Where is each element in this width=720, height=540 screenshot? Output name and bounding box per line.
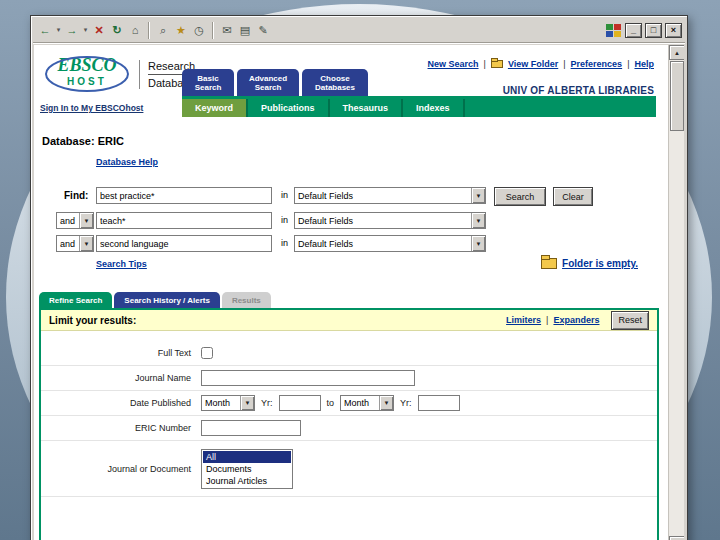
month-to-select[interactable]: Month bbox=[340, 395, 394, 411]
edit-icon[interactable]: ✎ bbox=[254, 21, 272, 39]
eric-number-label: ERIC Number bbox=[41, 423, 201, 433]
nav-item-publications[interactable]: Publications bbox=[248, 99, 330, 117]
journal-name-label: Journal Name bbox=[41, 373, 201, 383]
reset-button[interactable]: Reset bbox=[611, 311, 649, 330]
scroll-down-icon[interactable] bbox=[669, 536, 684, 540]
field-select-1-value: Default Fields bbox=[295, 191, 471, 201]
expanders-link[interactable]: Expanders bbox=[553, 315, 599, 325]
dropdown-arrow-icon[interactable] bbox=[240, 396, 254, 410]
search-term-input-1[interactable] bbox=[96, 187, 272, 204]
close-button[interactable]: × bbox=[665, 23, 682, 38]
print-icon[interactable]: ▤ bbox=[236, 21, 254, 39]
limit-results-title: Limit your results: bbox=[49, 315, 506, 326]
top-links: New Search | View Folder | Preferences |… bbox=[428, 59, 654, 69]
mail-icon[interactable]: ✉ bbox=[218, 21, 236, 39]
listbox-option-documents[interactable]: Documents bbox=[203, 463, 291, 475]
nav-item-keyword[interactable]: Keyword bbox=[182, 99, 248, 117]
scrollbar-thumb[interactable] bbox=[670, 61, 684, 131]
journal-document-listbox[interactable]: All Documents Journal Articles bbox=[201, 449, 293, 489]
back-dropdown-icon[interactable]: ▾ bbox=[54, 21, 63, 39]
dropdown-arrow-icon[interactable] bbox=[79, 236, 93, 251]
result-tabs: Refine Search Search History / Alerts Re… bbox=[39, 292, 271, 308]
boolean-select-3[interactable]: and bbox=[56, 235, 94, 252]
database-help-link[interactable]: Database Help bbox=[96, 157, 158, 167]
search-row-1: Find: in Default Fields Search Clear bbox=[34, 187, 668, 207]
folder-icon bbox=[541, 258, 557, 269]
tab-advanced-search[interactable]: Advanced Search bbox=[237, 69, 299, 96]
full-text-checkbox[interactable] bbox=[201, 347, 213, 359]
limit-results-header: Limit your results: Limiters | Expanders… bbox=[41, 310, 657, 331]
search-button[interactable]: Search bbox=[494, 187, 546, 206]
search-term-input-3[interactable] bbox=[96, 235, 272, 252]
search-tips-link[interactable]: Search Tips bbox=[96, 259, 147, 269]
link-separator: | bbox=[484, 59, 486, 69]
eric-number-input[interactable] bbox=[201, 420, 301, 436]
tab-search-history-alerts[interactable]: Search History / Alerts bbox=[114, 292, 220, 308]
listbox-option-journal-articles[interactable]: Journal Articles bbox=[203, 475, 291, 487]
search-row-3: and in Default Fields bbox=[34, 235, 668, 255]
year-from-input[interactable] bbox=[279, 395, 321, 411]
folder-status-link[interactable]: Folder is empty. bbox=[562, 258, 638, 269]
history-icon[interactable]: ◷ bbox=[190, 21, 208, 39]
browser-toolbar: ← ▾ → ▾ ✕ ↻ ⌂ ⌕ ★ ◷ ✉ ▤ ✎ _ □ × bbox=[33, 18, 685, 43]
journal-document-label: Journal or Document bbox=[41, 464, 201, 474]
field-select-1[interactable]: Default Fields bbox=[294, 187, 486, 204]
clear-button[interactable]: Clear bbox=[553, 187, 593, 206]
dropdown-arrow-icon[interactable] bbox=[471, 188, 485, 203]
limiter-expander-links: Limiters | Expanders bbox=[506, 315, 599, 325]
forward-icon[interactable]: → bbox=[63, 21, 81, 39]
link-separator: | bbox=[563, 59, 565, 69]
dropdown-arrow-icon[interactable] bbox=[379, 396, 393, 410]
boolean-select-2[interactable]: and bbox=[56, 212, 94, 229]
toolbar-separator bbox=[148, 22, 150, 39]
green-navbar: Sign In to My EBSCOhost Keyword Publicat… bbox=[34, 99, 656, 117]
restore-button[interactable]: □ bbox=[645, 23, 662, 38]
nav-item-indexes[interactable]: Indexes bbox=[403, 99, 465, 117]
link-separator: | bbox=[627, 59, 629, 69]
dropdown-arrow-icon[interactable] bbox=[79, 213, 93, 228]
date-published-label: Date Published bbox=[41, 398, 201, 408]
stop-icon[interactable]: ✕ bbox=[90, 21, 108, 39]
favorites-icon[interactable]: ★ bbox=[172, 21, 190, 39]
listbox-option-all[interactable]: All bbox=[203, 451, 291, 463]
journal-name-input[interactable] bbox=[201, 370, 415, 386]
forward-dropdown-icon[interactable]: ▾ bbox=[81, 21, 90, 39]
link-separator: | bbox=[546, 315, 548, 325]
tab-basic-search[interactable]: Basic Search bbox=[182, 69, 234, 96]
help-link[interactable]: Help bbox=[634, 59, 654, 69]
tab-refine-search[interactable]: Refine Search bbox=[39, 292, 112, 308]
scroll-up-icon[interactable] bbox=[669, 45, 684, 60]
tab-choose-databases[interactable]: Choose Databases bbox=[302, 69, 368, 96]
ebsco-logo-mark: EBSCO HOST bbox=[44, 55, 130, 93]
ebsco-logo[interactable]: EBSCO HOST Research Databases bbox=[44, 55, 201, 93]
preferences-link[interactable]: Preferences bbox=[571, 59, 623, 69]
year-to-label: Yr: bbox=[400, 398, 412, 408]
field-select-3[interactable]: Default Fields bbox=[294, 235, 486, 252]
refresh-icon[interactable]: ↻ bbox=[108, 21, 126, 39]
view-folder-link[interactable]: View Folder bbox=[508, 59, 558, 69]
full-text-row: Full Text bbox=[41, 341, 657, 366]
vertical-scrollbar[interactable] bbox=[668, 45, 684, 540]
search-icon[interactable]: ⌕ bbox=[154, 21, 172, 39]
home-icon[interactable]: ⌂ bbox=[126, 21, 144, 39]
dropdown-arrow-icon[interactable] bbox=[471, 213, 485, 228]
limiters-link[interactable]: Limiters bbox=[506, 315, 541, 325]
boolean-select-2-value: and bbox=[57, 216, 79, 226]
minimize-button[interactable]: _ bbox=[625, 23, 642, 38]
back-icon[interactable]: ← bbox=[36, 21, 54, 39]
database-title: Database: ERIC bbox=[42, 135, 124, 147]
search-term-input-2[interactable] bbox=[96, 212, 272, 229]
dropdown-arrow-icon[interactable] bbox=[471, 236, 485, 251]
tab-results[interactable]: Results bbox=[222, 292, 271, 308]
month-from-select[interactable]: Month bbox=[201, 395, 255, 411]
new-search-link[interactable]: New Search bbox=[428, 59, 479, 69]
in-label: in bbox=[281, 238, 288, 248]
eric-number-row: ERIC Number bbox=[41, 416, 657, 441]
signin-link[interactable]: Sign In to My EBSCOhost bbox=[40, 103, 143, 113]
library-name: UNIV OF ALBERTA LIBRARIES bbox=[503, 85, 654, 96]
journal-name-row: Journal Name bbox=[41, 366, 657, 391]
month-to-value: Month bbox=[341, 398, 379, 408]
field-select-2[interactable]: Default Fields bbox=[294, 212, 486, 229]
year-to-input[interactable] bbox=[418, 395, 460, 411]
nav-item-thesaurus[interactable]: Thesaurus bbox=[330, 99, 404, 117]
